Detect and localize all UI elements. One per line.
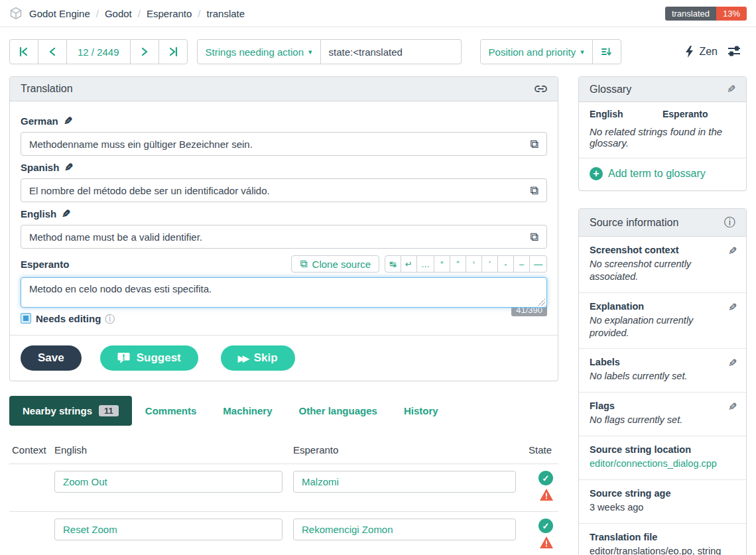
skip-forward-icon: ▶▶ [238, 353, 247, 363]
copy-text-button[interactable]: ⧉ [530, 184, 538, 196]
special-char-button[interactable]: ’ [481, 255, 498, 273]
glossary-column-esperanto: Esperanto [662, 109, 735, 119]
language-name: English [21, 208, 56, 219]
filter-dropdown-button[interactable]: Strings needing action▾ [197, 39, 321, 64]
language-name: German [21, 115, 58, 127]
edit-section-icon[interactable]: ✎ [728, 301, 737, 314]
detail-tabs: Nearby strings11CommentsMachineryOther l… [9, 396, 558, 426]
edit-language-icon[interactable]: ✎ [64, 115, 72, 127]
sort-group: Position and priority▾ [480, 39, 621, 64]
english-string-link[interactable]: Zoom Out [54, 471, 283, 493]
special-char-button[interactable]: “ [434, 255, 450, 273]
copy-text-button[interactable]: ⧉ [530, 231, 538, 243]
tab-other-languages[interactable]: Other languages [286, 396, 391, 426]
next-page-button[interactable] [130, 39, 159, 64]
source-info-section: Source string locationeditor/connections… [579, 436, 746, 480]
esperanto-string-link[interactable]: Malzomi [293, 471, 516, 493]
english-string-link[interactable]: Reset Zoom [54, 519, 283, 540]
resize-handle[interactable] [538, 298, 545, 306]
settings-sliders-icon[interactable] [727, 45, 741, 58]
esperanto-string-link[interactable]: Rekomencigi Zomon [293, 519, 516, 540]
glossary-panel: Glossary ✎ English Esperanto No related … [578, 76, 747, 191]
source-info-title: Translation file [590, 532, 735, 542]
tab-machinery[interactable]: Machinery [210, 396, 285, 426]
last-page-button[interactable] [158, 39, 188, 64]
edit-language-icon[interactable]: ✎ [62, 208, 70, 220]
esperanto-cell: Rekomencigi Zomon [293, 519, 527, 540]
zen-mode-button[interactable]: Zen [685, 46, 718, 58]
suggest-button[interactable]: Suggest [100, 345, 198, 371]
needs-editing-checkbox[interactable] [21, 313, 31, 324]
special-char-button[interactable]: — [529, 255, 547, 273]
nearby-strings-table: Context English Esperanto State Zoom Out… [9, 439, 558, 555]
first-page-button[interactable] [9, 39, 38, 64]
sort-direction-button[interactable] [592, 39, 621, 64]
edit-section-icon[interactable]: ✎ [728, 245, 737, 257]
top-navbar: Godot Engine / Godot / Esperanto / trans… [0, 0, 756, 27]
edit-section-icon[interactable]: ✎ [728, 401, 737, 413]
copy-text-button[interactable]: ⧉ [530, 138, 538, 150]
tab-label: Nearby strings [23, 405, 92, 416]
column-header-state: State [527, 444, 556, 456]
breadcrumb-project[interactable]: Godot Engine [29, 8, 90, 19]
esperanto-cell: Malzomi [293, 471, 527, 493]
skip-button[interactable]: ▶▶ Skip [221, 345, 295, 371]
glossary-column-english: English [590, 109, 662, 119]
info-icon[interactable]: ⓘ [105, 313, 115, 326]
source-language-row: German✎Methodenname muss ein gültiger Be… [21, 115, 547, 156]
panel-title: Glossary [590, 84, 631, 95]
tab-nearby-strings[interactable]: Nearby strings11 [9, 396, 132, 426]
column-header-context: Context [12, 444, 54, 456]
breadcrumb: Godot Engine / Godot / Esperanto / trans… [29, 8, 245, 19]
special-char-button[interactable]: – [513, 255, 530, 273]
badge-value: 13% [716, 7, 747, 21]
package-logo-icon [9, 7, 23, 20]
source-info-title: Screenshot context [590, 245, 735, 255]
search-query-input[interactable] [321, 39, 462, 64]
language-label: English✎ [21, 208, 547, 220]
tab-history[interactable]: History [391, 396, 452, 426]
tab-label: Other languages [299, 405, 377, 416]
source-text-field: El nombre del método debe ser un identif… [21, 178, 547, 202]
column-header-english: English [54, 444, 293, 456]
breadcrumb-component[interactable]: Godot [105, 8, 132, 19]
search-filter-group: Strings needing action▾ [197, 39, 462, 64]
glossary-panel-header: Glossary ✎ [579, 77, 746, 102]
breadcrumb-page[interactable]: translate [207, 8, 245, 19]
permalink-icon[interactable] [535, 85, 547, 93]
clone-source-button[interactable]: ⧉ Clone source [291, 255, 379, 273]
source-location-link[interactable]: editor/connections_dialog.cpp [590, 458, 735, 470]
special-char-button[interactable]: - [497, 255, 514, 273]
translation-editor[interactable]: Metodo en celo nodo devas esti specifita… [21, 277, 547, 308]
translation-panel: Translation German✎Methodenname muss ein… [9, 76, 558, 381]
source-info-section: ExplanationNo explanation currently prov… [579, 293, 746, 349]
edit-section-icon[interactable]: ✎ [728, 357, 737, 369]
tab-comments[interactable]: Comments [132, 396, 210, 426]
english-cell: Zoom Out [54, 471, 293, 493]
save-button[interactable]: Save [21, 345, 82, 371]
special-char-button[interactable]: ↵ [401, 255, 417, 273]
edit-language-icon[interactable]: ✎ [64, 161, 73, 174]
breadcrumb-separator: / [96, 8, 99, 19]
source-text: El nombre del método debe ser un identif… [29, 185, 270, 196]
page-position: 12 / 2449 [66, 39, 131, 64]
suggest-bubble-icon [117, 352, 130, 364]
edit-glossary-icon[interactable]: ✎ [727, 83, 735, 95]
special-char-button[interactable]: … [416, 255, 434, 273]
action-buttons: Save Suggest ▶▶ Skip [10, 335, 558, 381]
source-info-text: No flags currently set. [590, 414, 735, 426]
special-char-button[interactable]: ” [450, 255, 466, 273]
source-info-title: Source string age [590, 488, 735, 499]
info-circle-icon[interactable]: ⓘ [724, 215, 735, 230]
special-char-button[interactable]: ‘ [466, 255, 482, 273]
column-header-esperanto: Esperanto [293, 444, 527, 456]
source-info-text: No screenshot currently associated. [590, 258, 735, 283]
plus-circle-icon: + [590, 167, 603, 180]
source-text-field: Method name must be a valid identifier.⧉ [21, 225, 547, 249]
sort-dropdown-button[interactable]: Position and priority▾ [480, 39, 593, 64]
breadcrumb-language[interactable]: Esperanto [147, 8, 192, 19]
add-term-to-glossary-button[interactable]: + Add term to glossary [579, 158, 746, 190]
previous-page-button[interactable] [38, 39, 67, 64]
source-info-section: LabelsNo labels currently set.✎ [579, 349, 746, 393]
special-char-button[interactable]: ↹ [385, 255, 401, 273]
